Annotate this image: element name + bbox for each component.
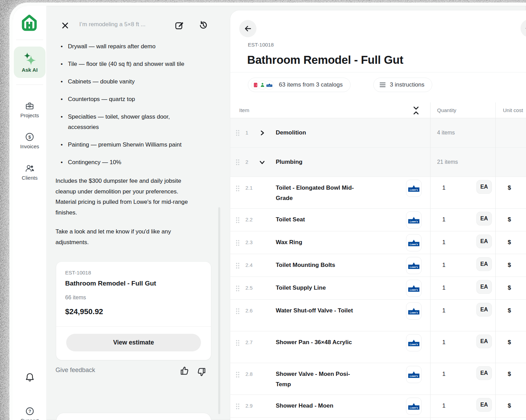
unit-cost-value[interactable]: $ [508, 214, 511, 225]
compose-icon[interactable] [174, 20, 184, 30]
unit-cost-value[interactable]: $ [508, 260, 511, 270]
quantity-value[interactable]: 1 [442, 401, 445, 411]
ai-chat-panel: I’m remodeling a 5×8 ft ... Drywall — wa… [47, 6, 221, 420]
thumbs-up-icon[interactable] [180, 366, 189, 376]
unit-box[interactable]: EA [476, 334, 492, 348]
drag-handle-icon[interactable] [235, 262, 240, 269]
chat-message-input[interactable] [56, 413, 211, 420]
unit-box[interactable]: EA [476, 366, 492, 380]
row-number: 2 [245, 157, 248, 167]
lowes-logo: Lowe's [408, 217, 419, 223]
item-name: Shower Valve - Moen Posi-Temp [276, 369, 358, 390]
row-number: 2.1 [245, 183, 253, 193]
table-item-row[interactable]: 2.9 Shower Head - Moen Lowe's 1 EA $ [230, 395, 526, 418]
drag-handle-icon[interactable] [235, 308, 240, 314]
table-group-row[interactable]: 1 Demolition 4 items [230, 118, 526, 148]
quantity-value[interactable]: 1 [442, 283, 445, 293]
close-icon[interactable] [60, 21, 70, 30]
unit-cost-value[interactable]: $ [508, 337, 511, 348]
drag-handle-icon[interactable] [235, 340, 240, 346]
drag-handle-icon[interactable] [235, 403, 240, 410]
quantity-value[interactable]: 1 [442, 337, 445, 348]
instructions-badge-label: 3 instructions [390, 81, 424, 88]
lowes-logo: Lowe's [408, 185, 419, 192]
sparkles-icon [23, 52, 36, 65]
back-button[interactable] [239, 20, 256, 37]
row-number: 2.2 [245, 214, 253, 225]
catalogs-badge[interactable]: Lowe's 63 items from 3 catalogs [248, 78, 351, 92]
estimate-card: EST-10018 Bathroom Remodel - Full Gut 66… [56, 262, 211, 360]
estimate-detail-panel: EST-10018 Bathroom Remodel - Full Gut Lo… [230, 10, 526, 420]
chat-scrollbar[interactable] [218, 207, 220, 414]
sidebar-item-invoices[interactable]: $ Invoices [13, 132, 47, 149]
unit-box[interactable]: EA [476, 398, 492, 412]
quantity-value[interactable]: 1 [442, 369, 445, 379]
unit-box[interactable]: EA [476, 212, 492, 226]
back-arrow-icon [244, 24, 252, 33]
handoff-logo[interactable] [20, 14, 38, 32]
quantity-value[interactable]: 1 [442, 214, 445, 225]
chat-bullet: Countertops — quartz top [55, 94, 196, 104]
view-estimate-button[interactable]: View estimate [66, 334, 201, 351]
item-name: Water Shut-off Valve - Toilet [276, 306, 358, 316]
lowes-catalog-badge: Lowe's [406, 257, 422, 274]
unit-box[interactable]: EA [476, 280, 492, 294]
group-items-count: 4 items [437, 128, 455, 138]
sidebar-item-support[interactable]: ? Support [13, 407, 47, 420]
drag-handle-icon[interactable] [235, 371, 240, 378]
table-group-row[interactable]: 2 Plumbing 21 items [230, 148, 526, 177]
sidebar-item-projects[interactable]: Projects [13, 101, 47, 118]
unit-box[interactable]: EA [476, 303, 492, 317]
unit-box[interactable]: EA [476, 234, 492, 248]
collapse-all-icon[interactable] [412, 106, 420, 115]
unit-cost-value[interactable]: $ [508, 401, 511, 411]
table-header: Item Quantity Unit cost [230, 102, 526, 118]
list-icon [379, 81, 386, 88]
ask-ai-button[interactable]: Ask AI [14, 47, 45, 78]
item-name: Wax Ring [276, 237, 358, 248]
unit-cost-value[interactable]: $ [508, 306, 511, 316]
thumbs-down-icon[interactable] [197, 367, 206, 377]
drag-handle-icon[interactable] [235, 285, 240, 292]
unit-box[interactable]: EA [476, 180, 492, 194]
ai-assistant-button[interactable] [520, 19, 526, 37]
drag-handle-icon[interactable] [235, 130, 240, 136]
unit-cost-value[interactable]: $ [508, 237, 511, 248]
unit-cost-value[interactable]: $ [508, 369, 511, 379]
unit-cost-value[interactable]: $ [508, 283, 511, 293]
catalogs-badge-label: 63 items from 3 catalogs [279, 81, 343, 88]
table-rows: 1 Demolition 4 items 2 Plumbing 21 items… [230, 118, 526, 418]
table-item-row[interactable]: 2.8 Shower Valve - Moen Posi-Temp Lowe's… [230, 363, 526, 395]
sidebar-item-label: Clients [22, 175, 38, 181]
estimate-total: $24,950.92 [65, 307, 103, 316]
quantity-value[interactable]: 1 [442, 260, 445, 270]
instructions-badge[interactable]: 3 instructions [373, 78, 432, 92]
drag-handle-icon[interactable] [235, 185, 240, 192]
chat-paragraph: Includes the $300 dumpster fee and daily… [55, 176, 200, 218]
table-item-row[interactable]: 2.1 Toilet - Elongated Bowl Mid-Grade Lo… [230, 177, 526, 209]
unit-cost-value[interactable]: $ [508, 183, 511, 193]
quantity-value[interactable]: 1 [442, 237, 445, 248]
table-item-row[interactable]: 2.5 Toilet Supply Line Lowe's 1 EA $ [230, 277, 526, 300]
quantity-value[interactable]: 1 [442, 306, 445, 316]
quantity-value[interactable]: 1 [442, 183, 445, 193]
notifications-button[interactable] [13, 372, 47, 382]
chevron-down-icon[interactable] [259, 159, 265, 165]
item-name: Shower Head - Moen [276, 401, 358, 411]
header-divider [230, 72, 526, 72]
drag-handle-icon[interactable] [235, 159, 240, 166]
unit-box[interactable]: EA [476, 257, 492, 271]
drag-handle-icon[interactable] [235, 217, 240, 223]
table-item-row[interactable]: 2.6 Water Shut-off Valve - Toilet Lowe's… [230, 300, 526, 331]
sidebar-item-clients[interactable]: Clients [13, 163, 47, 181]
card-divider [56, 326, 211, 327]
table-item-row[interactable]: 2.3 Wax Ring Lowe's 1 EA $ [230, 231, 526, 254]
drag-handle-icon[interactable] [235, 240, 240, 246]
table-item-row[interactable]: 2.2 Toilet Seat Lowe's 1 EA $ [230, 209, 526, 231]
page-title: Bathroom Remodel - Full Gut [247, 52, 403, 68]
history-icon[interactable] [198, 20, 208, 30]
table-item-row[interactable]: 2.4 Toilet Mounting Bolts Lowe's 1 EA $ [230, 254, 526, 277]
table-item-row[interactable]: 2.7 Shower Pan - 36×48 Acrylic Lowe's 1 … [230, 331, 526, 363]
chevron-right-icon[interactable] [259, 130, 265, 136]
chat-thread-title[interactable]: I’m remodeling a 5×8 ft ... [79, 21, 172, 28]
